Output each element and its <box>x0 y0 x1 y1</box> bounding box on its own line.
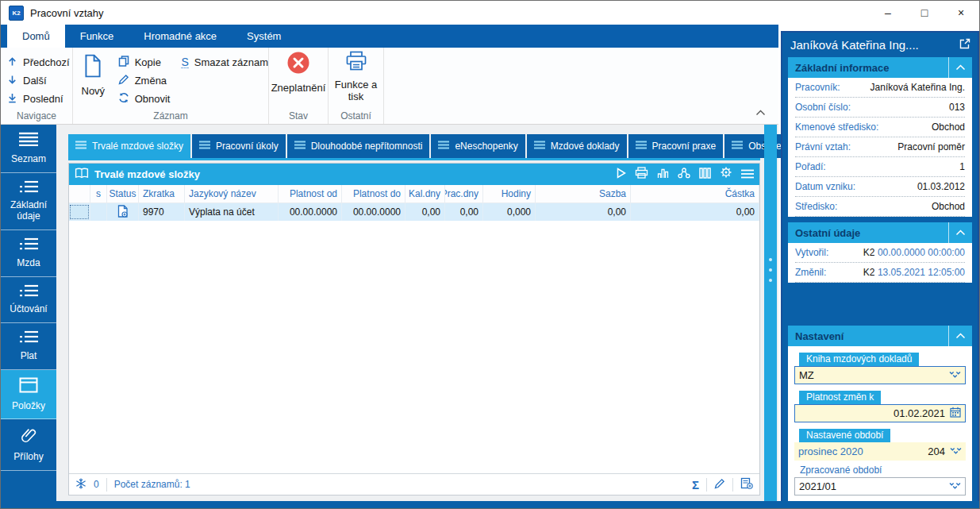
change-button[interactable]: Změna <box>118 71 171 90</box>
tab-hamburger-icon <box>75 141 86 152</box>
column-header-selector[interactable] <box>69 185 90 202</box>
tab-pracovni-praxe[interactable]: Pracovní praxe <box>628 134 724 158</box>
tab-pracovni-ukoly[interactable]: Pracovní úkoly <box>192 134 286 158</box>
close-button[interactable]: × <box>943 1 979 25</box>
group-label-stav: Stav <box>269 110 328 121</box>
column-header-kal-dny[interactable]: Kal.dny <box>405 185 445 202</box>
column-header-zkratka[interactable]: Zkratka <box>139 185 185 202</box>
calendar-icon[interactable] <box>950 407 961 420</box>
field-vytvoril: Vytvořil:K2 00.00.0000 00:00:00 <box>795 243 965 263</box>
add-document-icon[interactable] <box>740 477 753 492</box>
tab-hamburger-icon <box>294 141 306 152</box>
cell-platnost-do: 00.00.0000 <box>342 203 405 221</box>
chart-icon[interactable] <box>657 168 669 182</box>
set-period-field[interactable]: prosinec 2020 204 <box>794 442 966 461</box>
dropdown-icon[interactable] <box>949 480 961 492</box>
copy-icon <box>118 56 129 69</box>
gear-icon[interactable] <box>720 167 732 182</box>
column-header-s[interactable]: s <box>90 185 107 202</box>
sum-icon[interactable]: Σ <box>692 478 699 492</box>
collapse-section-button[interactable] <box>948 57 972 78</box>
column-header-status[interactable]: Status <box>107 185 139 202</box>
delete-record-button[interactable]: S Smazat záznam <box>181 53 268 71</box>
print-functions-button[interactable]: Funkce a tisk <box>329 48 383 102</box>
field-label-obdobi: Nastavené období <box>799 429 890 442</box>
collapse-section-button[interactable] <box>948 326 972 346</box>
group-label-navigace: Navigace <box>1 110 72 121</box>
ribbon-tab-funkce[interactable]: Funkce <box>65 25 129 48</box>
dropdown-icon[interactable] <box>949 369 961 381</box>
copy-button[interactable]: Kopie <box>118 53 171 71</box>
cell-platnost-od: 00.00.0000 <box>279 203 342 221</box>
refresh-icon <box>118 92 129 106</box>
collapse-section-button[interactable] <box>948 222 972 243</box>
invalidate-button[interactable]: Zneplatnění <box>269 48 328 94</box>
next-button[interactable]: Další <box>7 71 72 90</box>
box-icon <box>19 377 38 396</box>
column-header-platnost-od[interactable]: Platnost od <box>279 185 342 202</box>
sidebar-item-prilohy[interactable]: Přílohy <box>1 419 56 471</box>
app-logo-text: K2 <box>12 10 20 17</box>
field-label-platnost: Platnost změn k <box>799 391 881 404</box>
arrow-down-to-line-icon <box>7 93 17 106</box>
maximize-button[interactable]: □ <box>906 1 943 25</box>
validity-date-field[interactable]: 01.02.2021 <box>794 404 966 422</box>
book-of-wage-documents-field[interactable]: MZ <box>794 366 966 384</box>
field-label-zpracovane: Zpracované období <box>800 465 966 476</box>
column-header-nazev[interactable]: Jazykový název <box>185 185 279 202</box>
minimize-button[interactable]: – <box>870 1 906 25</box>
chevron-up-icon <box>755 105 766 118</box>
ribbon: Předchozí Další Poslední Navigace Nový <box>1 48 778 125</box>
menu-list-icon <box>18 132 39 149</box>
column-header-prac-dny[interactable]: Prac.dny <box>445 185 483 202</box>
column-header-hodiny[interactable]: Hodiny <box>483 185 536 202</box>
row-selector-cell[interactable] <box>69 203 90 221</box>
ribbon-tab-system[interactable]: Systém <box>232 25 296 48</box>
print-icon[interactable] <box>635 167 648 182</box>
sidebar-item-zakladni-udaje[interactable]: Základní údaje <box>1 173 56 230</box>
field-pracovnik: Pracovník:Janíková Kateřina Ing. <box>795 78 965 98</box>
sidebar-item-uctovani[interactable]: Účtování <box>1 277 56 324</box>
column-header-platnost-do[interactable]: Platnost do <box>342 185 405 202</box>
group-label-ostatni: Ostatní <box>329 110 383 121</box>
ribbon-group-stav: Zneplatnění Stav <box>269 48 329 124</box>
section-settings: Nastavení Kniha mzdových dokladů MZ Plat… <box>788 326 972 509</box>
column-header-sazba[interactable]: Sazba <box>536 185 631 202</box>
columns-icon[interactable] <box>699 168 711 182</box>
right-panel: Janíková Kateřina Ing.... Základní infor… <box>781 31 979 503</box>
cluster-icon[interactable] <box>678 168 690 182</box>
sidebar-item-polozky[interactable]: Položky <box>1 370 56 420</box>
last-button[interactable]: Poslední <box>7 90 72 108</box>
previous-button[interactable]: Předchozí <box>7 53 72 71</box>
processed-period-field[interactable]: 2021/01 <box>794 477 966 496</box>
records-panel: Trvalé mzdové složky s Status Zkratka Ja… <box>68 163 760 496</box>
tab-dlouhodobe-nepritomnosti[interactable]: Dlouhodobé nepřítomnosti <box>287 134 430 158</box>
column-header-castka[interactable]: Částka <box>631 185 759 202</box>
edit-pencil-icon[interactable] <box>714 478 725 492</box>
ribbon-collapse-button[interactable] <box>755 105 766 119</box>
hamburger-menu-icon[interactable] <box>741 168 754 182</box>
external-link-icon[interactable] <box>959 38 970 52</box>
tab-eneschopenky[interactable]: eNeschopenky <box>431 134 525 158</box>
refresh-button[interactable]: Obnovit <box>118 90 171 108</box>
sidebar-item-mzda[interactable]: Mzda <box>1 230 56 277</box>
arrow-down-icon <box>7 75 17 87</box>
tab-trvale-mzdove-slozky[interactable]: Trvalé mzdové složky <box>68 134 190 158</box>
ribbon-tab-strip: Domů Funkce Hromadné akce Systém <box>1 25 778 48</box>
cell-kal-dny: 0,00 <box>405 203 445 221</box>
dropdown-icon[interactable] <box>950 445 962 457</box>
field-zmenil: Změnil:K2 13.05.2021 12:05:00 <box>795 263 965 283</box>
app-window: K2 Pracovní vztahy – □ × Domů Funkce Hro… <box>0 0 980 509</box>
detail-list-icon <box>18 284 39 300</box>
run-icon[interactable] <box>617 168 626 182</box>
tab-mzdove-doklady[interactable]: Mzdové doklady <box>527 134 627 158</box>
panel-splitter[interactable] <box>764 125 777 503</box>
table-row[interactable]: 9970 Výplata na účet 00.00.0000 00.00.00… <box>69 203 759 221</box>
ribbon-tab-hromadne-akce[interactable]: Hromadné akce <box>129 25 232 48</box>
field-stredisko: Středisko:Obchod <box>795 197 965 217</box>
sidebar-item-plat[interactable]: Plat <box>1 323 56 370</box>
status-divider <box>106 478 107 492</box>
sidebar-item-seznam[interactable]: Seznam <box>1 125 56 173</box>
ribbon-tab-domu[interactable]: Domů <box>7 25 65 48</box>
section-settings-header: Nastavení <box>788 326 972 346</box>
